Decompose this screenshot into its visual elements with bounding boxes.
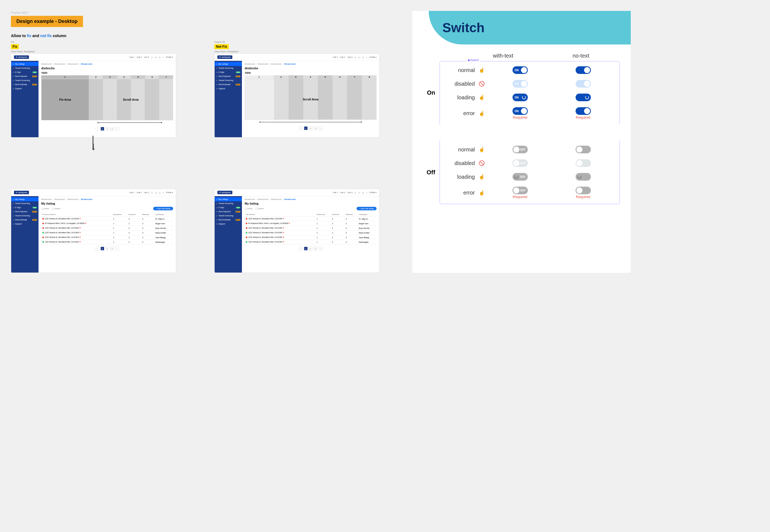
sidebar-item[interactable]: ⌂ Rent PaymentBETA <box>215 74 242 78</box>
home-icon[interactable] <box>359 191 360 194</box>
pager-page[interactable]: 1 <box>100 247 104 250</box>
pager-page[interactable]: 2 <box>105 247 109 250</box>
sidebar-item[interactable]: ⌂ My Listings <box>215 197 242 201</box>
sidebar-item[interactable]: ⌂ Support <box>11 222 38 226</box>
home-solid-icon[interactable]: ⌂ <box>366 56 367 58</box>
sidebar-item[interactable]: ⌂ Rent EstimateBETA <box>11 82 38 86</box>
switch-off-no-text-normal[interactable] <box>575 146 591 153</box>
home-icon[interactable] <box>159 56 160 59</box>
sidebar-item[interactable]: ⌂ Tenant Screening <box>11 66 38 70</box>
sidebar-item[interactable]: ⌂ Rent EstimateBETA <box>215 82 242 86</box>
breadcrumb-item[interactable]: Breadcrumb <box>245 198 255 200</box>
table-row[interactable]: 1222 Ventura bl, Woodland Hills, CA 9136… <box>245 226 377 231</box>
top-link[interactable]: Link 3 <box>144 192 149 193</box>
breadcrumb-item[interactable]: Breadcrumb <box>271 198 282 200</box>
sidebar-item[interactable]: ⌂ Support <box>215 86 242 91</box>
pager-prev[interactable]: ‹ <box>299 126 303 130</box>
add-listing-button[interactable]: + Add new listing <box>153 207 173 210</box>
pager-prev[interactable]: ‹ <box>95 247 99 250</box>
breadcrumb-item[interactable]: Breadcrumb <box>41 198 52 200</box>
table-row[interactable]: 42 Hollywood Blvd, Unit A, Los Angeles, … <box>245 221 377 226</box>
switch-on-with-text-normal[interactable]: ON <box>512 66 528 74</box>
sidebar-item[interactable]: ⌂ Tenant Screening <box>215 78 242 82</box>
home-solid-icon[interactable]: ⌂ <box>366 192 367 193</box>
switch-off-no-text-error[interactable] <box>575 187 591 194</box>
pager-page[interactable]: 2 <box>309 247 313 250</box>
sidebar-item[interactable]: ⌂ E-SignNEW <box>11 70 38 74</box>
breadcrumb-item[interactable]: Breadcrumb <box>271 63 282 65</box>
pager-next[interactable]: › <box>115 127 119 131</box>
top-link[interactable]: Link 1 <box>333 192 338 193</box>
profile-link[interactable]: Profile ▾ <box>166 56 173 58</box>
pager-prev[interactable]: ‹ <box>299 247 303 250</box>
top-link[interactable]: Link 3 <box>347 192 353 193</box>
pager-next[interactable]: › <box>319 126 323 130</box>
sidebar-item[interactable]: ⌂ Support <box>11 86 38 91</box>
filter-chip[interactable]: ◯ Active <box>41 208 49 210</box>
sidebar-item[interactable]: ⌂ E-SignNEW <box>215 70 242 74</box>
top-link[interactable]: Link 1 <box>129 192 134 193</box>
switch-off-with-text-error[interactable]: OFF <box>512 187 528 194</box>
pager-prev[interactable]: ‹ <box>95 127 99 131</box>
search-chip[interactable]: ◯ Search <box>52 208 61 210</box>
pager-page[interactable]: 1 <box>304 126 308 130</box>
sidebar-item[interactable]: ⌂ Tenant Screening <box>215 201 242 205</box>
profile-link[interactable]: Profile ▾ <box>369 56 377 58</box>
add-listing-button[interactable]: + Add new listing <box>357 207 377 210</box>
sidebar-item[interactable]: ⌂ Rent PaymentBETA <box>215 210 242 214</box>
breadcrumb-item[interactable]: Breadcrumb <box>54 63 65 65</box>
home-icon[interactable] <box>155 56 157 59</box>
sidebar-item[interactable]: ⌂ Rent PaymentBETA <box>11 210 38 214</box>
breadcrumb-item[interactable]: Breadcrumb <box>54 198 65 200</box>
table-row[interactable]: 1222 Ventura bl, Woodland Hills, CA 9136… <box>245 240 377 244</box>
top-link[interactable]: Link 1 <box>129 56 134 58</box>
breadcrumb-item[interactable]: Breadcrumb <box>258 198 268 200</box>
home-icon[interactable] <box>359 56 360 59</box>
switch-on-no-text-error[interactable] <box>575 107 591 115</box>
breadcrumb-item[interactable]: Breadcrumb <box>68 198 78 200</box>
switch-off-with-text-loading[interactable]: OFF <box>512 173 528 181</box>
sidebar-item[interactable]: ⌂ E-SignNEW <box>11 205 38 210</box>
pager-page[interactable]: 3 <box>314 247 318 250</box>
pager-page[interactable]: 3 <box>110 247 114 250</box>
breadcrumb-item[interactable]: Breadcrumb <box>245 63 255 65</box>
profile-link[interactable]: Profile ▾ <box>369 192 377 194</box>
sidebar-item[interactable]: ⌂ My Listings <box>215 62 242 66</box>
pager-page[interactable]: 1 <box>304 247 308 250</box>
home-solid-icon[interactable]: ⌂ <box>163 56 164 58</box>
top-link[interactable]: Link 2 <box>136 192 142 193</box>
pager-page[interactable]: 3 <box>314 126 318 130</box>
sidebar-item[interactable]: ⌂ E-SignNEW <box>215 205 242 210</box>
filter-chip[interactable]: ◯ Active <box>245 208 253 210</box>
breadcrumb-item[interactable]: Breadcrumb <box>41 63 52 65</box>
top-link[interactable]: Link 2 <box>340 192 345 193</box>
sidebar-item[interactable]: ⌂ Rent EstimateBETA <box>11 218 38 222</box>
table-row[interactable]: 1222 Ventura bl, Woodland Hills, CA 9136… <box>245 217 377 221</box>
pager-page[interactable]: 3 <box>110 127 114 131</box>
switch-off-no-text-loading[interactable] <box>575 173 591 181</box>
sidebar-item[interactable]: ⌂ Tenant Screening <box>215 214 242 218</box>
pager-next[interactable]: › <box>115 247 119 250</box>
home-icon[interactable] <box>159 191 160 194</box>
home-icon[interactable] <box>362 191 364 194</box>
pager-next[interactable]: › <box>319 247 323 250</box>
top-link[interactable]: Link 2 <box>136 56 142 58</box>
profile-link[interactable]: Profile ▾ <box>166 192 173 194</box>
sidebar-item[interactable]: ⌂ My Listings <box>11 62 38 66</box>
table-row[interactable]: 1222 Ventura bl, Woodland Hills, CA 9136… <box>41 226 173 231</box>
top-link[interactable]: Link 3 <box>347 56 353 58</box>
sidebar-item[interactable]: ⌂ Support <box>215 222 242 226</box>
home-icon[interactable] <box>355 56 356 59</box>
home-icon[interactable] <box>355 191 356 194</box>
switch-on-no-text-normal[interactable] <box>575 66 591 74</box>
switch-on-no-text-loading[interactable] <box>575 94 591 101</box>
pager-page[interactable]: 1 <box>100 127 104 131</box>
home-solid-icon[interactable]: ⌂ <box>163 192 164 193</box>
home-icon[interactable] <box>155 191 157 194</box>
home-icon[interactable] <box>151 56 153 59</box>
sidebar-item[interactable]: ⌂ Tenant Screening <box>11 214 38 218</box>
table-row[interactable]: 1222 Ventura bl, Woodland Hills, CA 9136… <box>245 231 377 235</box>
pager-page[interactable]: 2 <box>105 127 109 131</box>
search-chip[interactable]: ◯ Search <box>255 208 264 210</box>
home-icon[interactable] <box>151 191 153 194</box>
